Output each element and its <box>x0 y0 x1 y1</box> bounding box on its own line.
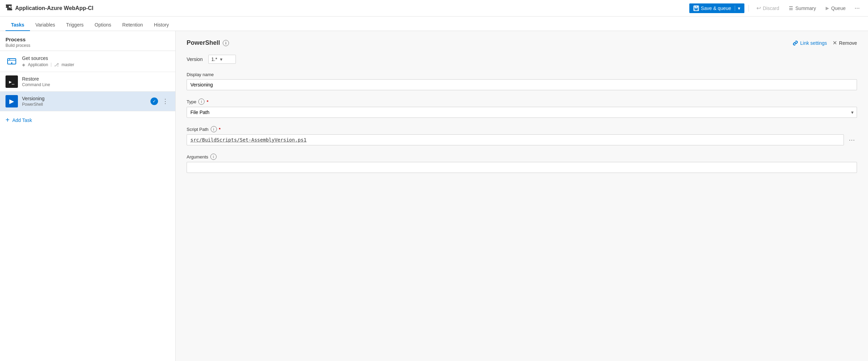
display-name-field: Display name <box>187 72 857 90</box>
main-layout: Process Build process Get sources ◈ Appl… <box>0 31 868 361</box>
remove-label: Remove <box>839 40 857 46</box>
save-queue-chevron[interactable]: ▾ <box>735 6 740 11</box>
get-sources-icon <box>6 55 18 68</box>
script-path-wrapper: ⋯ <box>187 134 857 145</box>
content-header: PowerShell i Link settings ✕ Remove <box>187 39 857 47</box>
task-restore[interactable]: ▶_ Restore Command Line <box>0 72 175 92</box>
process-title: Process <box>6 37 170 42</box>
restore-info: Restore Command Line <box>22 76 170 87</box>
app-title-text: Application-Azure WebApp-CI <box>15 5 93 11</box>
restore-icon-char: ▶_ <box>9 79 14 84</box>
link-icon <box>793 40 798 46</box>
add-task-label: Add Task <box>12 117 32 123</box>
save-queue-label: Save & queue <box>701 6 731 11</box>
tab-history[interactable]: History <box>148 19 175 31</box>
link-settings-button[interactable]: Link settings <box>793 40 827 46</box>
arguments-label-text: Arguments <box>187 154 208 159</box>
header-actions: Save & queue ▾ ↩ Discard ☰ Summary ▶ Que… <box>689 2 862 14</box>
meta-separator <box>51 63 51 67</box>
script-path-label: Script Path i * <box>187 126 857 132</box>
script-path-label-text: Script Path <box>187 127 209 132</box>
tab-retention-label: Retention <box>122 22 143 28</box>
undo-icon: ↩ <box>756 5 761 11</box>
script-path-input[interactable] <box>187 134 844 145</box>
tab-variables-label: Variables <box>35 22 55 28</box>
repo-icon: ◈ <box>22 62 25 67</box>
type-label-text: Type <box>187 99 196 104</box>
sources-svg-icon <box>7 56 17 66</box>
powershell-title-text: PowerShell <box>187 39 220 47</box>
script-path-field: Script Path i * ⋯ <box>187 126 857 145</box>
script-path-info-icon[interactable]: i <box>211 126 217 132</box>
tab-tasks[interactable]: Tasks <box>6 19 30 31</box>
display-name-input[interactable] <box>187 79 857 90</box>
discard-button[interactable]: ↩ Discard <box>753 3 783 13</box>
versioning-check-badge: ✓ <box>150 97 158 105</box>
versioning-sub: PowerShell <box>22 102 146 107</box>
summary-label: Summary <box>795 6 816 11</box>
type-field: Type i * File Path Inline Script ▾ <box>187 99 857 118</box>
tab-bar: Tasks Variables Triggers Options Retenti… <box>0 17 868 31</box>
branch-name: master <box>62 62 74 67</box>
repo-name: Application <box>28 62 48 67</box>
tab-retention[interactable]: Retention <box>117 19 148 31</box>
arguments-input[interactable] <box>187 162 857 173</box>
process-section: Process Build process <box>0 31 175 51</box>
versioning-name: Versioning <box>22 96 146 101</box>
play-icon: ▶ <box>826 6 829 11</box>
version-label: Version <box>187 56 203 62</box>
app-title: 🏗 Application-Azure WebApp-CI <box>6 4 685 12</box>
versioning-icon-char: ▶ <box>9 97 14 105</box>
type-required-star: * <box>207 99 208 104</box>
check-icon: ✓ <box>153 99 156 104</box>
script-path-browse-button[interactable]: ⋯ <box>847 135 857 145</box>
arguments-field: Arguments i <box>187 154 857 173</box>
header-divider-1 <box>749 5 749 12</box>
versioning-icon: ▶ <box>6 95 18 107</box>
tab-variables[interactable]: Variables <box>30 19 61 31</box>
type-select[interactable]: File Path Inline Script <box>187 107 857 118</box>
floppy-icon <box>693 6 699 11</box>
remove-button[interactable]: ✕ Remove <box>833 40 857 46</box>
save-queue-button[interactable]: Save & queue ▾ <box>689 3 744 13</box>
discard-label: Discard <box>763 6 779 11</box>
summary-button[interactable]: ☰ Summary <box>785 3 819 13</box>
process-subtitle: Build process <box>6 43 170 48</box>
more-button[interactable]: ··· <box>852 2 862 14</box>
tab-triggers[interactable]: Triggers <box>61 19 89 31</box>
type-select-wrapper: File Path Inline Script ▾ <box>187 107 857 118</box>
queue-button[interactable]: ▶ Queue <box>822 3 849 13</box>
content-header-actions: Link settings ✕ Remove <box>793 40 857 46</box>
version-dropdown[interactable]: 1.* ▾ <box>208 55 236 64</box>
arguments-label: Arguments i <box>187 154 857 160</box>
arguments-info-icon[interactable]: i <box>210 154 217 160</box>
script-path-required-star: * <box>219 127 221 132</box>
display-name-label-text: Display name <box>187 72 214 77</box>
display-name-label: Display name <box>187 72 857 77</box>
restore-sub: Command Line <box>22 82 170 87</box>
more-icon: ··· <box>855 4 860 11</box>
header: 🏗 Application-Azure WebApp-CI Save & que… <box>0 0 868 17</box>
type-info-icon[interactable]: i <box>198 99 205 105</box>
tab-tasks-label: Tasks <box>11 22 24 28</box>
type-label: Type i * <box>187 99 857 105</box>
task-versioning[interactable]: ▶ Versioning PowerShell ✓ ⋮ <box>0 92 175 111</box>
version-value: 1.* <box>211 56 217 62</box>
task-get-sources[interactable]: Get sources ◈ Application ⎇ master <box>0 51 175 72</box>
tab-options[interactable]: Options <box>89 19 117 31</box>
tab-options-label: Options <box>95 22 111 28</box>
versioning-dots-button[interactable]: ⋮ <box>161 97 170 106</box>
tab-triggers-label: Triggers <box>66 22 84 28</box>
version-chevron-icon: ▾ <box>220 56 222 62</box>
add-task-button[interactable]: + Add Task <box>0 111 175 129</box>
restore-icon: ▶_ <box>6 75 18 88</box>
app-icon: 🏗 <box>6 4 12 12</box>
link-settings-label: Link settings <box>800 40 827 46</box>
versioning-badges: ✓ ⋮ <box>150 97 170 106</box>
lines-icon: ☰ <box>789 6 793 11</box>
powershell-info-icon[interactable]: i <box>223 40 229 46</box>
get-sources-meta: ◈ Application ⎇ master <box>22 62 170 67</box>
version-row: Version 1.* ▾ <box>187 55 857 64</box>
queue-label: Queue <box>831 6 846 11</box>
content-area: PowerShell i Link settings ✕ Remove Vers… <box>176 31 868 361</box>
